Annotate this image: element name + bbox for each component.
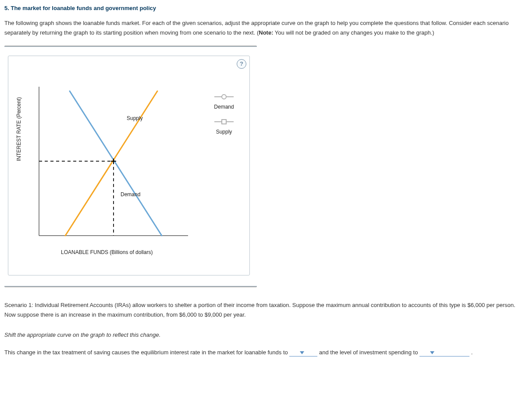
demand-curve[interactable] [70, 91, 162, 236]
interest-rate-dropdown[interactable] [289, 349, 317, 356]
legend-demand-row[interactable]: Demand [206, 96, 242, 111]
square-icon [221, 119, 227, 124]
y-axis-label: INTEREST RATE (Percent) [14, 97, 23, 161]
legend-demand-label: Demand [214, 102, 234, 111]
legend-demand-swatch [214, 96, 234, 97]
circle-icon [221, 94, 227, 99]
help-icon[interactable]: ? [237, 59, 246, 69]
plot-area[interactable]: Supply Demand [39, 87, 188, 236]
supply-curve-label: Supply [127, 115, 143, 121]
legend-supply-swatch [214, 121, 234, 122]
chevron-down-icon [300, 351, 304, 354]
scenario-1-text: Scenario 1: Individual Retirement Accoun… [4, 300, 522, 320]
fill-part1: This change in the tax treatment of savi… [4, 349, 289, 356]
legend-supply-row[interactable]: Supply [206, 121, 242, 136]
supply-curve[interactable] [65, 91, 157, 236]
fill-part3: . [471, 349, 473, 356]
intro-bold: Note: [259, 29, 273, 36]
investment-dropdown[interactable] [419, 349, 469, 356]
chevron-down-icon [430, 351, 434, 354]
demand-curve-label: Demand [121, 191, 140, 198]
intro-text: The following graph shows the loanable f… [4, 18, 522, 38]
fill-part2: and the level of investment spending to [319, 349, 419, 356]
shift-instruction: Shift the appropriate curve on the graph… [4, 330, 522, 340]
legend-supply-label: Supply [216, 127, 232, 136]
chart-canvas[interactable]: ? INTEREST RATE (Percent) LOANABLE FUNDS… [8, 56, 250, 275]
x-axis-label: LOANABLE FUNDS (Billions of dollars) [61, 248, 153, 257]
fill-sentence: This change in the tax treatment of savi… [4, 346, 522, 358]
chart-wrapper: ? INTEREST RATE (Percent) LOANABLE FUNDS… [4, 46, 257, 287]
question-heading: 5. The market for loanable funds and gov… [4, 4, 522, 13]
intro-part2: You will not be graded on any changes yo… [273, 29, 434, 36]
plot-svg: Supply Demand [39, 87, 188, 236]
legend: Demand Supply [206, 96, 242, 146]
